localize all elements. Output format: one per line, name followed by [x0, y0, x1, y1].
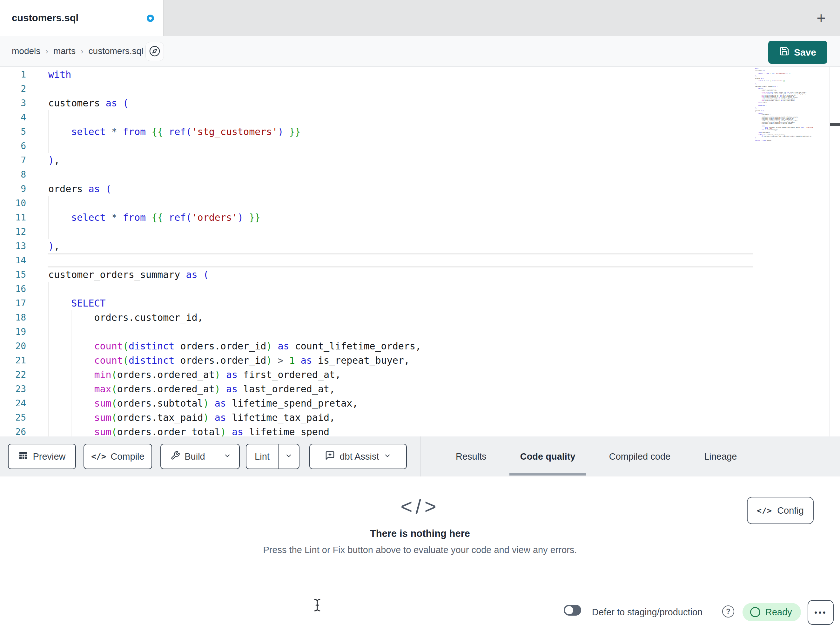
preview-button[interactable]: Preview	[8, 444, 76, 469]
chevron-down-icon	[285, 451, 292, 462]
code-line[interactable]: min(orders.ordered_at) as first_ordered_…	[48, 367, 421, 382]
save-button[interactable]: Save	[768, 41, 827, 64]
code-line[interactable]: sum(orders.subtotal) as lifetime_spend_p…	[48, 396, 421, 410]
code-line[interactable]: count(distinct orders.order_id) as count…	[48, 339, 421, 353]
empty-state-subtitle: Press the Lint or Fix button above to ev…	[0, 545, 840, 555]
panel-tab-compiled-code[interactable]: Compiled code	[598, 437, 681, 476]
panel-tab-code-quality[interactable]: Code quality	[509, 437, 586, 476]
config-button-label: Config	[777, 505, 804, 516]
defer-label: Defer to staging/production	[592, 596, 703, 628]
compass-icon	[148, 45, 161, 58]
code-line[interactable]	[48, 110, 421, 125]
code-content[interactable]: withcustomers as ( select * from {{ ref(…	[48, 67, 421, 437]
toggle-knob	[565, 606, 573, 614]
code-line[interactable]: orders as (	[48, 182, 421, 196]
line-number: 14	[0, 253, 26, 267]
line-number: 24	[0, 396, 26, 410]
code-line[interactable]: with	[48, 67, 421, 82]
line-number: 26	[0, 425, 26, 437]
lint-dropdown-button[interactable]	[278, 445, 299, 468]
toolbar-divider	[420, 437, 421, 476]
panel-tab-results[interactable]: Results	[445, 437, 497, 476]
breadcrumb-separator: ›	[81, 46, 84, 56]
line-number: 3	[0, 96, 26, 110]
minimap[interactable]: withcustomers as ( select * from {{ ref(…	[755, 68, 828, 141]
code-line[interactable]: sum(orders.tax_paid) as lifetime_tax_pai…	[48, 410, 421, 425]
line-number: 7	[0, 153, 26, 168]
line-number: 22	[0, 367, 26, 382]
line-number: 25	[0, 410, 26, 425]
code-line[interactable]	[48, 253, 421, 267]
unsaved-changes-dot-icon	[147, 14, 154, 22]
line-number: 10	[0, 196, 26, 210]
minimap-line: select * from joined	[755, 140, 828, 141]
build-split-button: Build	[160, 444, 240, 469]
preview-button-label: Preview	[33, 451, 65, 462]
code-line[interactable]: max(orders.ordered_at) as last_ordered_a…	[48, 382, 421, 396]
lint-button-label: Lint	[255, 451, 270, 462]
code-line[interactable]: select * from {{ ref('orders') }}	[48, 210, 421, 225]
chevron-down-icon	[384, 451, 391, 462]
assist-chat-sparkle-icon	[325, 451, 335, 463]
status-badge[interactable]: Ready	[742, 603, 801, 621]
compass-navigate-button[interactable]	[145, 42, 164, 61]
line-number: 13	[0, 239, 26, 253]
more-options-button[interactable]: •••	[808, 600, 834, 625]
code-line[interactable]: SELECT	[48, 296, 421, 310]
compile-button[interactable]: </> Compile	[84, 444, 152, 469]
table-icon	[18, 451, 28, 463]
code-line[interactable]	[48, 282, 421, 296]
dbt-assist-button[interactable]: dbt Assist	[309, 444, 407, 469]
help-icon[interactable]: ?	[722, 606, 734, 617]
code-line[interactable]: customers as (	[48, 96, 421, 110]
code-brackets-icon: </>	[0, 495, 840, 519]
line-number: 17	[0, 296, 26, 310]
lint-button[interactable]: Lint	[246, 445, 278, 468]
code-line[interactable]	[48, 196, 421, 210]
breadcrumb-item[interactable]: customers.sql	[88, 46, 144, 56]
breadcrumb-item[interactable]: marts	[53, 46, 76, 56]
new-tab-button[interactable]: +	[802, 0, 840, 36]
scrollbar-marker[interactable]	[830, 123, 840, 126]
empty-state-title: There is nothing here	[0, 528, 840, 539]
code-brackets-icon: </>	[757, 506, 772, 515]
build-button[interactable]: Build	[161, 445, 215, 468]
empty-state: </> There is nothing here Press the Lint…	[0, 476, 840, 555]
code-line[interactable]: orders.customer_id,	[48, 310, 421, 325]
code-line[interactable]	[48, 139, 421, 153]
line-number: 5	[0, 125, 26, 139]
panel-tab-lineage[interactable]: Lineage	[693, 437, 748, 476]
code-line[interactable]	[48, 325, 421, 339]
config-button[interactable]: </> Config	[747, 497, 814, 524]
text-cursor-ibeam-icon	[313, 598, 322, 613]
code-line[interactable]	[48, 225, 421, 239]
code-line[interactable]: ),	[48, 239, 421, 253]
code-quality-panel: </> There is nothing here Press the Lint…	[0, 476, 840, 596]
line-number: 6	[0, 139, 26, 153]
code-line[interactable]: select * from {{ ref('stg_customers') }}	[48, 125, 421, 139]
file-tab-customers-sql[interactable]: customers.sql	[0, 0, 164, 36]
line-number: 2	[0, 82, 26, 96]
code-line[interactable]	[48, 82, 421, 96]
lint-split-button: Lint	[246, 444, 300, 469]
code-line[interactable]: count(distinct orders.order_id) > 1 as i…	[48, 353, 421, 367]
line-number: 11	[0, 210, 26, 225]
editor-scrollbar[interactable]	[829, 67, 840, 437]
file-tab-label: customers.sql	[12, 0, 79, 36]
breadcrumb-separator: ›	[46, 46, 48, 56]
code-line[interactable]: ),	[48, 153, 421, 168]
code-line[interactable]: customer_orders_summary as (	[48, 267, 421, 282]
line-number: 8	[0, 168, 26, 182]
code-brackets-icon: </>	[91, 452, 106, 461]
breadcrumb: models›marts›customers.sql	[12, 36, 143, 66]
line-number: 4	[0, 110, 26, 125]
code-editor[interactable]: 1234567891011121314151617181920212223242…	[0, 67, 840, 437]
build-dropdown-button[interactable]	[215, 445, 239, 468]
line-number: 16	[0, 282, 26, 296]
code-line[interactable]	[48, 168, 421, 182]
breadcrumb-item[interactable]: models	[12, 46, 40, 56]
code-line[interactable]: sum(orders.order_total) as lifetime_spen…	[48, 425, 421, 437]
line-number: 9	[0, 182, 26, 196]
wrench-icon	[171, 451, 180, 462]
defer-toggle[interactable]	[564, 605, 581, 615]
